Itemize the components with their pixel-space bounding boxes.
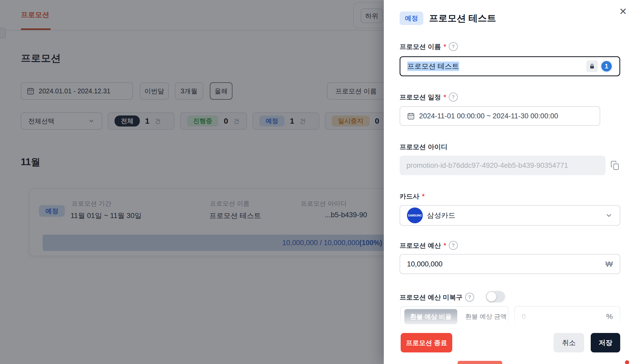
name-field-label: 프로모션 이름 * ? <box>400 42 458 51</box>
name-input-value: 프로모션 테스트 <box>407 62 459 71</box>
cancel-button[interactable]: 취소 <box>554 333 584 352</box>
budget-value: 10,000,000 <box>407 260 443 268</box>
required-asterisk: * <box>444 242 446 249</box>
copy-icon[interactable] <box>610 160 620 170</box>
schedule-value: 2024-11-01 00:00:00 ~ 2024-11-30 00:00:0… <box>419 112 558 120</box>
footer-fade <box>384 311 636 328</box>
promo-id-field-label: 프로모션 아이디 <box>400 143 448 151</box>
card-company-value: 삼성카드 <box>427 211 455 220</box>
toggle-knob <box>487 292 496 301</box>
end-promotion-button[interactable]: 프로모션 종료 <box>401 333 452 352</box>
drawer-header: 예정 프로모션 테스트 <box>400 12 496 25</box>
drawer-footer: 프로모션 종료 취소 저장 <box>384 328 636 364</box>
drawer-status-badge: 예정 <box>400 12 423 25</box>
help-icon[interactable]: ? <box>449 241 458 250</box>
required-asterisk: * <box>422 193 425 200</box>
won-currency-icon: ₩ <box>605 260 613 269</box>
scrolled-content-peek <box>458 361 502 364</box>
label-text: 프로모션 예산 <box>400 241 441 250</box>
label-text: 프로모션 예산 미복구 <box>400 293 463 302</box>
help-icon[interactable]: ? <box>449 42 458 51</box>
label-text: 프로모션 아이디 <box>400 143 448 151</box>
samsung-logo: SAMSUNG <box>407 208 423 223</box>
close-icon[interactable]: ✕ <box>619 7 627 16</box>
calendar-icon <box>407 112 415 120</box>
label-text: 프로모션 이름 <box>400 42 441 51</box>
required-asterisk: * <box>444 93 446 101</box>
drawer-title: 프로모션 테스트 <box>429 12 496 24</box>
promo-id-input: promotion-id-b76ddc97-4920-4eb5-b439-903… <box>400 156 605 175</box>
card-company-select[interactable]: SAMSUNG 삼성카드 <box>400 205 620 226</box>
chevron-down-icon <box>605 211 613 219</box>
budget-field-label: 프로모션 예산 * ? <box>400 241 458 250</box>
screen: 프로모션 하위 프로모션 2024.01.01 - 2024.12.31 이번달… <box>0 0 636 364</box>
save-button[interactable]: 저장 <box>591 333 620 352</box>
help-icon[interactable]: ? <box>465 293 474 302</box>
schedule-field-label: 프로모션 일정 * ? <box>400 93 458 102</box>
notification-dot <box>625 360 629 364</box>
schedule-input[interactable]: 2024-11-01 00:00:00 ~ 2024-11-30 00:00:0… <box>400 106 600 126</box>
budget-input[interactable]: 10,000,000 ₩ <box>400 254 620 274</box>
no-restore-toggle[interactable] <box>486 291 505 302</box>
password-manager-icon[interactable]: 1 <box>600 60 613 72</box>
promotion-detail-drawer: ✕ 예정 프로모션 테스트 프로모션 이름 * ? 프로모션 테스트 1 프로모… <box>384 0 636 364</box>
name-input[interactable]: 프로모션 테스트 1 <box>400 56 620 76</box>
lock-icon[interactable] <box>586 60 598 72</box>
required-asterisk: * <box>444 43 446 50</box>
card-company-field-label: 카드사 * <box>400 192 425 201</box>
label-text: 카드사 <box>400 192 419 201</box>
label-text: 프로모션 일정 <box>400 93 441 102</box>
promo-id-value: promotion-id-b76ddc97-4920-4eb5-b439-903… <box>406 161 568 170</box>
help-icon[interactable]: ? <box>449 93 458 102</box>
no-restore-field-label: 프로모션 예산 미복구 ? <box>400 293 474 302</box>
